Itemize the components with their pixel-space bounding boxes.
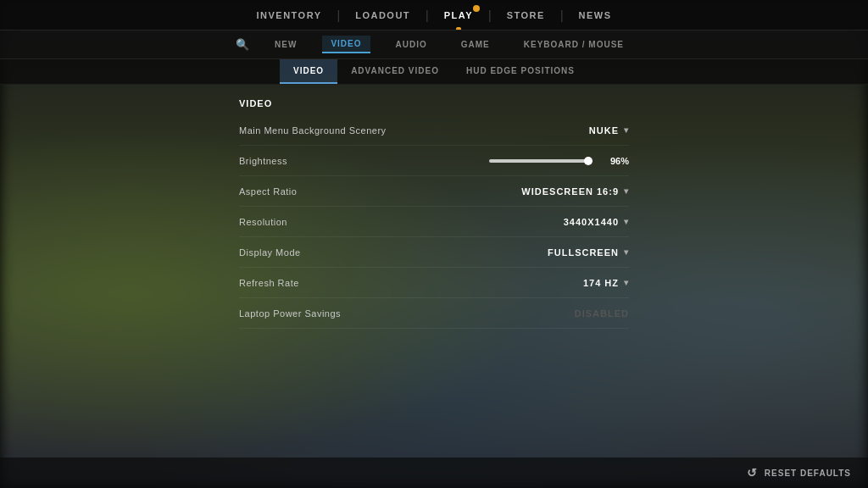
brightness-slider-track[interactable] — [489, 159, 591, 163]
nav-keyboard-mouse[interactable]: KEYBOARD / MOUSE — [515, 36, 632, 53]
reset-defaults-button[interactable]: ↺ RESET DEFAULTS — [747, 466, 851, 480]
tab-nav: VIDEO ADVANCED VIDEO HUD EDGE POSITIONS — [0, 59, 868, 85]
label-refresh-rate: Refresh Rate — [239, 278, 493, 288]
nav-news[interactable]: NEWS — [564, 0, 627, 30]
brightness-slider-thumb[interactable] — [584, 157, 593, 165]
chevron-background-scenery: ▾ — [624, 125, 629, 135]
chevron-display-mode: ▾ — [624, 247, 629, 257]
setting-resolution: Resolution 3440X1440 ▾ — [239, 207, 629, 237]
nav-audio[interactable]: AUDIO — [387, 36, 436, 53]
label-background-scenery: Main Menu Background Scenery — [239, 125, 493, 136]
value-display-mode[interactable]: FULLSCREEN ▾ — [493, 247, 629, 258]
chevron-resolution: ▾ — [624, 217, 629, 226]
nav-store[interactable]: STORE — [492, 0, 560, 30]
value-refresh-rate[interactable]: 174 HZ ▾ — [493, 278, 629, 288]
value-aspect-ratio[interactable]: WIDESCREEN 16:9 ▾ — [493, 186, 629, 197]
label-aspect-ratio: Aspect Ratio — [239, 186, 493, 197]
value-laptop-power: DISABLED — [493, 308, 629, 319]
setting-aspect-ratio: Aspect Ratio WIDESCREEN 16:9 ▾ — [239, 176, 629, 207]
setting-refresh-rate: Refresh Rate 174 HZ ▾ — [239, 268, 629, 298]
label-resolution: Resolution — [239, 217, 493, 227]
nav-badge — [473, 5, 480, 12]
setting-background-scenery: Main Menu Background Scenery NUKE ▾ — [239, 115, 629, 146]
brightness-value: 96% — [599, 156, 629, 166]
label-brightness: Brightness — [239, 156, 369, 166]
section-title: Video — [0, 98, 868, 115]
tab-advanced-video[interactable]: ADVANCED VIDEO — [337, 59, 453, 84]
nav-new[interactable]: NEW — [266, 36, 305, 53]
nav-inventory[interactable]: INVENTORY — [241, 0, 337, 30]
nav-loadout[interactable]: LOADOUT — [340, 0, 426, 30]
brightness-slider-fill — [489, 159, 587, 163]
nav-play[interactable]: PLAY — [429, 0, 488, 30]
tab-video[interactable]: VIDEO — [280, 59, 337, 84]
second-nav: 🔍 NEW VIDEO AUDIO GAME KEYBOARD / MOUSE — [0, 30, 868, 59]
content-area: Video Main Menu Background Scenery NUKE … — [0, 85, 868, 342]
label-laptop-power: Laptop Power Savings — [239, 308, 493, 319]
brightness-control[interactable]: 96% — [369, 156, 629, 166]
setting-brightness: Brightness 96% — [239, 146, 629, 176]
reset-icon: ↺ — [747, 466, 758, 480]
value-resolution[interactable]: 3440X1440 ▾ — [493, 217, 629, 227]
value-background-scenery[interactable]: NUKE ▾ — [493, 125, 629, 136]
label-display-mode: Display Mode — [239, 247, 493, 258]
chevron-aspect-ratio: ▾ — [624, 186, 629, 196]
settings-container: Main Menu Background Scenery NUKE ▾ Brig… — [0, 115, 868, 329]
chevron-refresh-rate: ▾ — [624, 278, 629, 287]
search-icon[interactable]: 🔍 — [236, 38, 249, 51]
bottom-bar: ↺ RESET DEFAULTS — [0, 458, 868, 488]
top-nav: INVENTORY | LOADOUT | PLAY | STORE | NEW… — [0, 0, 868, 30]
nav-game[interactable]: GAME — [453, 36, 498, 53]
tab-hud-edge-positions[interactable]: HUD EDGE POSITIONS — [453, 59, 588, 84]
nav-video[interactable]: VIDEO — [322, 36, 370, 53]
setting-laptop-power: Laptop Power Savings DISABLED — [239, 298, 629, 329]
setting-display-mode: Display Mode FULLSCREEN ▾ — [239, 237, 629, 268]
